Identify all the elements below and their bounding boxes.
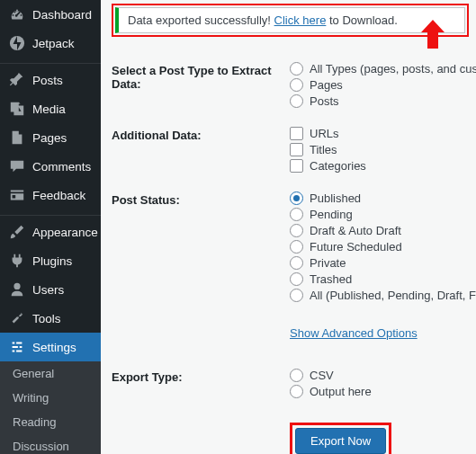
radio-trashed[interactable] [290,272,303,286]
sidebar-item-comments[interactable]: Comments [0,152,101,181]
radio-all-types[interactable] [290,62,303,76]
radio-output[interactable] [290,385,303,398]
sidebar-item-label: Media [32,102,66,116]
export-option[interactable]: Output here [290,385,469,398]
sidebar-item-label: Jetpack [32,37,75,50]
sidebar-item-label: Posts [32,74,63,87]
sub-item-discussion[interactable]: Discussion [0,434,101,454]
notice-text-after: to Download. [326,13,398,27]
notice-text-before: Data exported successfully! [128,13,274,27]
page-icon [9,129,25,146]
additional-option[interactable]: Titles [290,143,469,156]
status-option[interactable]: Private [290,256,476,270]
sub-item-general[interactable]: General [0,361,101,386]
brush-icon [9,224,25,240]
radio-posts[interactable] [290,94,303,108]
sidebar-item-pages[interactable]: Pages [0,123,101,152]
sidebar-item-appearance[interactable]: Appearance [0,218,101,246]
jetpack-icon [9,35,25,51]
sidebar-item-label: Feedback [32,189,85,202]
download-link[interactable]: Click here [274,13,327,27]
arrow-up-icon [421,20,445,49]
check-categories[interactable] [290,159,303,173]
additional-option[interactable]: URLs [290,127,469,140]
dashboard-icon [9,6,25,22]
media-icon [9,101,25,117]
post-type-option[interactable]: All Types (pages, posts, and custom po [290,62,476,76]
status-option[interactable]: Published [290,191,476,205]
status-label: Post Status: [112,191,290,207]
radio-pending[interactable] [290,208,303,221]
comment-icon [9,158,25,174]
button-highlight: Export Now [290,423,391,454]
advanced-options-link[interactable]: Show Advanced Options [290,326,418,340]
post-type-label: Select a Post Type to Extract Data: [112,62,290,91]
export-type-label: Export Type: [112,369,290,384]
sidebar-item-posts[interactable]: Posts [0,66,101,94]
sidebar-item-media[interactable]: Media [0,94,101,123]
additional-label: Additional Data: [112,127,290,142]
sidebar-item-label: Pages [32,131,67,145]
sidebar-item-label: Settings [32,341,76,354]
post-type-option[interactable]: Posts [290,94,476,108]
sidebar-item-label: Plugins [32,254,72,268]
sidebar-item-jetpack[interactable]: Jetpack [0,29,101,58]
additional-option[interactable]: Categories [290,159,469,173]
status-option[interactable]: Trashed [290,272,476,286]
radio-private[interactable] [290,256,303,270]
sidebar-item-label: Users [32,283,64,297]
user-icon [9,281,25,298]
sidebar-item-label: Tools [32,312,61,325]
radio-draft[interactable] [290,224,303,237]
sidebar-item-users[interactable]: Users [0,275,101,304]
feedback-icon [9,187,25,203]
settings-submenu: General Writing Reading Discussion [0,361,101,454]
sidebar-item-label: Dashboard [32,8,92,22]
sidebar-item-label: Comments [32,160,91,174]
radio-csv[interactable] [290,369,303,382]
notice-highlight: Data exported successfully! Click here t… [112,4,469,37]
sub-item-writing[interactable]: Writing [0,386,101,410]
settings-icon [9,339,25,355]
sidebar-item-dashboard[interactable]: Dashboard [0,0,101,29]
radio-published[interactable] [290,191,303,205]
plugin-icon [9,253,25,269]
status-option[interactable]: Future Scheduled [290,240,476,254]
radio-all[interactable] [290,289,303,302]
check-titles[interactable] [290,143,303,156]
export-option[interactable]: CSV [290,369,469,382]
post-type-option[interactable]: Pages [290,78,476,92]
pin-icon [9,72,25,88]
sub-item-reading[interactable]: Reading [0,410,101,434]
main-content: Data exported successfully! Click here t… [101,0,476,454]
check-urls[interactable] [290,127,303,140]
status-option[interactable]: Draft & Auto Draft [290,224,476,237]
radio-future[interactable] [290,240,303,254]
success-notice: Data exported successfully! Click here t… [115,7,465,33]
sidebar-item-label: Appearance [32,226,98,239]
radio-pages[interactable] [290,78,303,92]
export-now-button[interactable]: Export Now [295,428,386,454]
admin-sidebar: Dashboard Jetpack Posts Media Pages Comm… [0,0,101,454]
sidebar-item-feedback[interactable]: Feedback [0,181,101,209]
status-option[interactable]: All (Published, Pending, Draft, Future S [290,289,476,302]
wrench-icon [9,310,25,326]
sidebar-item-plugins[interactable]: Plugins [0,246,101,275]
status-option[interactable]: Pending [290,208,476,221]
sidebar-item-settings[interactable]: Settings [0,333,101,361]
sidebar-item-tools[interactable]: Tools [0,304,101,333]
